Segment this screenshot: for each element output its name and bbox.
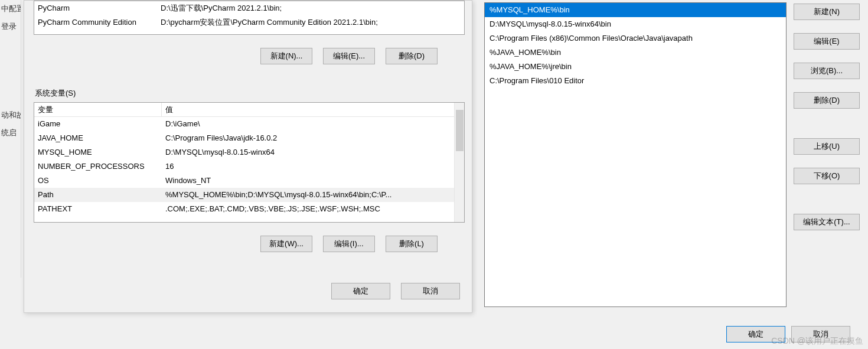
- system-vars-header: 变量 值: [34, 103, 454, 117]
- path-delete-button[interactable]: 删除(D): [794, 92, 860, 109]
- system-var-row[interactable]: MYSQL_HOMED:\MYSQL\mysql-8.0.15-winx64: [34, 145, 454, 159]
- system-var-value: Windows_NT: [162, 174, 454, 188]
- scrollbar-thumb[interactable]: [456, 110, 464, 151]
- user-vars-listbox[interactable]: PyCharm D:\迅雷下载\PyCharm 2021.2.1\bin; Py…: [34, 1, 465, 35]
- system-var-name: MYSQL_HOME: [34, 145, 162, 159]
- system-var-name: iGame: [34, 117, 162, 131]
- path-edittext-button[interactable]: 编辑文本(T)...: [794, 214, 860, 230]
- path-cancel-button[interactable]: 取消: [791, 326, 850, 343]
- user-var-row[interactable]: PyCharm D:\迅雷下载\PyCharm 2021.2.1\bin;: [34, 1, 464, 15]
- system-var-row[interactable]: JAVA_HOMEC:\Program Files\Java\jdk-16.0.…: [34, 131, 454, 145]
- user-var-row[interactable]: PyCharm Community Edition D:\pycharm安装位置…: [34, 15, 464, 30]
- system-var-row[interactable]: Path%MYSQL_HOME%\bin;D:\MYSQL\mysql-8.0.…: [34, 188, 454, 202]
- system-var-name: OS: [34, 174, 162, 188]
- env-ok-button[interactable]: 确定: [331, 283, 390, 299]
- path-ok-button[interactable]: 确定: [726, 326, 785, 343]
- system-var-value: D:\iGame\: [162, 117, 454, 131]
- system-var-value: C:\Program Files\Java\jdk-16.0.2: [162, 131, 454, 145]
- system-var-row[interactable]: OSWindows_NT: [34, 174, 454, 188]
- sys-new-button[interactable]: 新建(W)...: [260, 236, 312, 252]
- system-var-value: .COM;.EXE;.BAT;.CMD;.VBS;.VBE;.JS;.JSE;.…: [162, 202, 454, 216]
- system-var-name: Path: [34, 188, 162, 202]
- system-var-row[interactable]: iGameD:\iGame\: [34, 117, 454, 131]
- path-browse-button[interactable]: 浏览(B)...: [794, 63, 860, 79]
- col-value[interactable]: 值: [162, 103, 454, 116]
- path-entry[interactable]: C:\Program Files\010 Editor: [485, 74, 786, 88]
- system-var-row[interactable]: NUMBER_OF_PROCESSORS16: [34, 159, 454, 174]
- path-buttons-column: 新建(N) 编辑(E) 浏览(B)... 删除(D) 上移(U) 下移(O) 编…: [794, 4, 860, 243]
- system-var-name: JAVA_HOME: [34, 131, 162, 145]
- system-var-value: D:\MYSQL\mysql-8.0.15-winx64: [162, 145, 454, 159]
- edit-path-dialog: %MYSQL_HOME%\binD:\MYSQL\mysql-8.0.15-wi…: [477, 0, 868, 349]
- user-var-value: D:\迅雷下载\PyCharm 2021.2.1\bin;: [159, 1, 464, 15]
- system-var-value: %MYSQL_HOME%\bin;D:\MYSQL\mysql-8.0.15-w…: [162, 188, 454, 202]
- user-var-value: D:\pycharm安装位置\PyCharm Community Edition…: [159, 15, 464, 30]
- system-var-value: 16: [162, 159, 454, 174]
- path-entry[interactable]: C:\Program Files (x86)\Common Files\Orac…: [485, 31, 786, 45]
- path-moveup-button[interactable]: 上移(U): [794, 138, 860, 155]
- sys-edit-button[interactable]: 编辑(I)...: [323, 236, 375, 252]
- path-entry[interactable]: %JAVA_HOME%\bin: [485, 45, 786, 60]
- user-new-button[interactable]: 新建(N)...: [260, 48, 312, 64]
- env-variables-dialog: PyCharm D:\迅雷下载\PyCharm 2021.2.1\bin; Py…: [24, 0, 472, 313]
- env-cancel-button[interactable]: 取消: [401, 283, 460, 299]
- path-edit-button[interactable]: 编辑(E): [794, 33, 860, 50]
- user-delete-button[interactable]: 删除(D): [386, 48, 438, 64]
- path-entry[interactable]: %MYSQL_HOME%\bin: [485, 3, 786, 17]
- system-variables-label: 系统变量(S): [35, 88, 76, 99]
- user-var-name: PyCharm: [34, 1, 159, 15]
- system-var-name: PATHEXT: [34, 202, 162, 216]
- col-variable[interactable]: 变量: [34, 103, 162, 116]
- user-var-name: PyCharm Community Edition: [34, 15, 159, 30]
- path-entries-listbox[interactable]: %MYSQL_HOME%\binD:\MYSQL\mysql-8.0.15-wi…: [484, 2, 787, 307]
- system-vars-listbox[interactable]: 变量 值 iGameD:\iGame\JAVA_HOMEC:\Program F…: [34, 102, 465, 223]
- path-entry[interactable]: %JAVA_HOME%\jre\bin: [485, 60, 786, 74]
- vertical-scrollbar[interactable]: [454, 103, 464, 222]
- path-movedown-button[interactable]: 下移(O): [794, 168, 860, 184]
- path-entry[interactable]: D:\MYSQL\mysql-8.0.15-winx64\bin: [485, 17, 786, 31]
- user-edit-button[interactable]: 编辑(E)...: [323, 48, 375, 64]
- sys-delete-button[interactable]: 删除(L): [386, 236, 438, 252]
- path-new-button[interactable]: 新建(N): [794, 4, 860, 20]
- background-sidebar: 中配置 登录 动和故 统启: [0, 0, 21, 278]
- system-var-row[interactable]: PATHEXT.COM;.EXE;.BAT;.CMD;.VBS;.VBE;.JS…: [34, 202, 454, 216]
- system-var-name: NUMBER_OF_PROCESSORS: [34, 159, 162, 174]
